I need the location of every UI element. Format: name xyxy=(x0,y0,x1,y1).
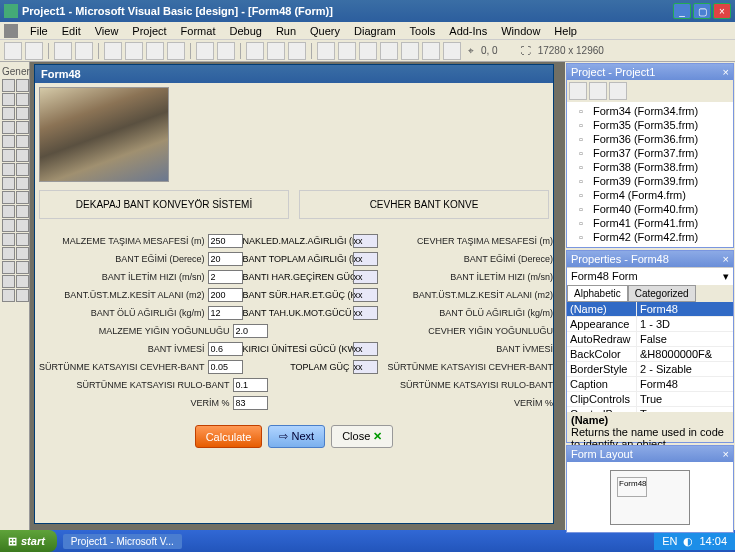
toolbar-open-icon[interactable] xyxy=(54,42,72,60)
toolbox-tool[interactable] xyxy=(2,177,15,190)
toolbox-tool[interactable] xyxy=(16,191,29,204)
toolbar-addform-icon[interactable] xyxy=(25,42,43,60)
toolbar-find-icon[interactable] xyxy=(167,42,185,60)
project-pane-close-icon[interactable]: × xyxy=(723,66,729,78)
tab-alphabetic[interactable]: Alphabetic xyxy=(567,285,628,302)
toolbox-tool[interactable] xyxy=(2,289,15,302)
property-grid[interactable]: (Name)Form48Appearance1 - 3DAutoRedrawFa… xyxy=(567,302,733,412)
field-input[interactable] xyxy=(233,378,268,392)
toolbox-tool[interactable] xyxy=(16,219,29,232)
toolbox-tool[interactable] xyxy=(2,121,15,134)
toolbox-tool[interactable] xyxy=(16,205,29,218)
object-selector[interactable]: Form48 Form xyxy=(571,270,638,282)
menu-diagram[interactable]: Diagram xyxy=(348,25,402,37)
tree-item[interactable]: Form40 (Form40.frm) xyxy=(569,202,731,216)
field-output[interactable] xyxy=(353,270,378,284)
toolbar-save-icon[interactable] xyxy=(75,42,93,60)
field-input[interactable] xyxy=(208,252,243,266)
toolbox-tool[interactable] xyxy=(16,163,29,176)
toolbox-tool[interactable] xyxy=(2,205,15,218)
toolbar-paste-icon[interactable] xyxy=(146,42,164,60)
toolbox-tool[interactable] xyxy=(2,261,15,274)
toolbar-compmgr-icon[interactable] xyxy=(443,42,461,60)
toolbar-add-icon[interactable] xyxy=(4,42,22,60)
toolbox-tool[interactable] xyxy=(16,79,29,92)
toolbar-end-icon[interactable] xyxy=(288,42,306,60)
menu-project[interactable]: Project xyxy=(126,25,172,37)
field-output[interactable] xyxy=(353,360,378,374)
toolbox-tool[interactable] xyxy=(2,275,15,288)
minimize-button[interactable]: _ xyxy=(673,3,691,19)
close-button[interactable]: × xyxy=(713,3,731,19)
property-row[interactable]: BorderStyle2 - Sizable xyxy=(567,362,733,377)
calculate-button[interactable]: Calculate xyxy=(195,425,263,448)
toolbox-tool[interactable] xyxy=(16,233,29,246)
view-object-icon[interactable] xyxy=(589,82,607,100)
menu-addins[interactable]: Add-Ins xyxy=(443,25,493,37)
layout-screen[interactable]: Form48 xyxy=(610,470,690,525)
layout-form-mini[interactable]: Form48 xyxy=(617,477,647,497)
field-input[interactable] xyxy=(233,396,268,410)
toolbox-tool[interactable] xyxy=(16,135,29,148)
toolbar-undo-icon[interactable] xyxy=(196,42,214,60)
menu-window[interactable]: Window xyxy=(495,25,546,37)
form-window[interactable]: Form48 DEKAPAJ BANT KONVEYÖR SİSTEMİ CEV… xyxy=(34,64,554,524)
toolbar-redo-icon[interactable] xyxy=(217,42,235,60)
tree-item[interactable]: Form42 (Form42.frm) xyxy=(569,230,731,244)
toolbox-tool[interactable] xyxy=(16,275,29,288)
toolbox-tool[interactable] xyxy=(16,289,29,302)
toolbar-dataview-icon[interactable] xyxy=(422,42,440,60)
close-form-button[interactable]: Close ✕ xyxy=(331,425,393,448)
menu-run[interactable]: Run xyxy=(270,25,302,37)
layout-pane-close-icon[interactable]: × xyxy=(723,448,729,460)
menu-edit[interactable]: Edit xyxy=(56,25,87,37)
start-button[interactable]: start xyxy=(0,530,57,552)
field-input[interactable] xyxy=(233,324,268,338)
tree-item[interactable]: Form39 (Form39.frm) xyxy=(569,174,731,188)
menu-file[interactable]: File xyxy=(24,25,54,37)
properties-pane-close-icon[interactable]: × xyxy=(723,253,729,265)
field-output[interactable] xyxy=(353,342,378,356)
taskbar-item[interactable]: Project1 - Microsoft V... xyxy=(63,534,182,549)
tree-item[interactable]: Form41 (Form41.frm) xyxy=(569,216,731,230)
maximize-button[interactable]: ▢ xyxy=(693,3,711,19)
project-tree[interactable]: Form34 (Form34.frm)Form35 (Form35.frm)Fo… xyxy=(567,102,733,247)
tree-item[interactable]: Form38 (Form38.frm) xyxy=(569,160,731,174)
toolbox-tool[interactable] xyxy=(2,191,15,204)
menu-help[interactable]: Help xyxy=(548,25,583,37)
field-input[interactable] xyxy=(208,288,243,302)
property-row[interactable]: AutoRedrawFalse xyxy=(567,332,733,347)
toolbar-break-icon[interactable] xyxy=(267,42,285,60)
toolbar-cut-icon[interactable] xyxy=(104,42,122,60)
menu-view[interactable]: View xyxy=(89,25,125,37)
toolbox-tool[interactable] xyxy=(16,93,29,106)
toggle-folders-icon[interactable] xyxy=(609,82,627,100)
toolbar-toolbox-icon[interactable] xyxy=(401,42,419,60)
property-row[interactable]: (Name)Form48 xyxy=(567,302,733,317)
field-input[interactable] xyxy=(208,306,243,320)
field-input[interactable] xyxy=(208,342,243,356)
tray-lang[interactable]: EN xyxy=(662,535,677,548)
toolbar-start-icon[interactable] xyxy=(246,42,264,60)
toolbar-layout-icon[interactable] xyxy=(359,42,377,60)
property-row[interactable]: ClipControlsTrue xyxy=(567,392,733,407)
toolbox-tool[interactable] xyxy=(2,107,15,120)
toolbox-tool[interactable] xyxy=(16,177,29,190)
toolbox-tool[interactable] xyxy=(16,107,29,120)
toolbox-tool[interactable] xyxy=(2,135,15,148)
next-button[interactable]: ⇨ Next xyxy=(268,425,325,448)
property-row[interactable]: BackColor&H8000000F& xyxy=(567,347,733,362)
toolbox-tool[interactable] xyxy=(2,163,15,176)
field-output[interactable] xyxy=(353,306,378,320)
toolbox-tool[interactable] xyxy=(16,121,29,134)
toolbox-tool[interactable] xyxy=(16,261,29,274)
menu-query[interactable]: Query xyxy=(304,25,346,37)
toolbox-tool[interactable] xyxy=(2,247,15,260)
tree-item[interactable]: Form4 (Form4.frm) xyxy=(569,188,731,202)
field-output[interactable] xyxy=(353,288,378,302)
tree-item[interactable]: Form36 (Form36.frm) xyxy=(569,132,731,146)
field-input[interactable] xyxy=(208,234,243,248)
tab-categorized[interactable]: Categorized xyxy=(628,285,696,302)
tree-item[interactable]: Form37 (Form37.frm) xyxy=(569,146,731,160)
toolbar-props-icon[interactable] xyxy=(338,42,356,60)
